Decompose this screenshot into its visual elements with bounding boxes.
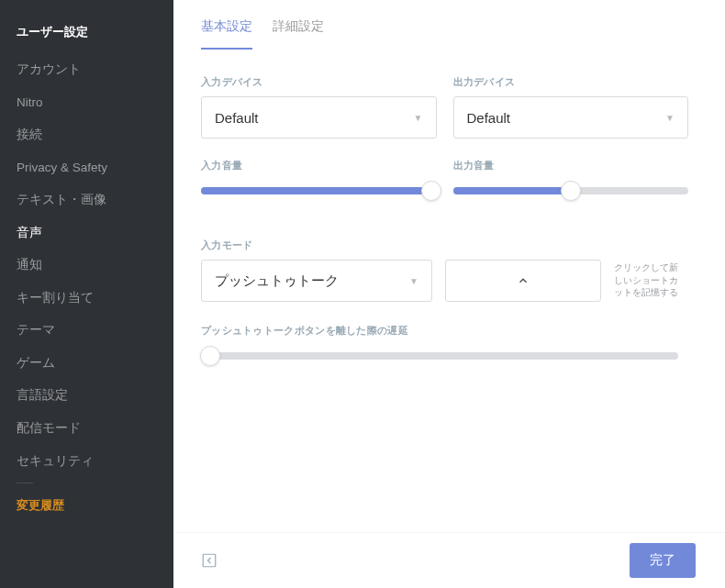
- tabs: 基本設定 詳細設定: [201, 18, 688, 50]
- sidebar: ユーザー設定 アカウント Nitro 接続 Privacy & Safety テ…: [0, 0, 173, 588]
- caret-down-icon: ▼: [665, 113, 675, 123]
- input-mode-value: プッシュトゥトーク: [215, 272, 339, 290]
- caret-down-icon: ▼: [409, 276, 418, 286]
- ptt-delay-label: プッシュトゥトークボタンを離した際の遅延: [201, 324, 688, 338]
- caret-down-icon: ▼: [414, 113, 423, 123]
- ptt-delay-thumb[interactable]: [200, 346, 220, 366]
- input-mode-label: 入力モード: [201, 239, 688, 252]
- ptt-delay-slider[interactable]: [201, 345, 678, 367]
- sidebar-item-language[interactable]: 言語設定: [0, 379, 173, 412]
- input-volume-label: 入力音量: [201, 159, 437, 172]
- main-panel: 基本設定 詳細設定 入力デバイス Default ▼ 出力デバイス Defaul…: [173, 0, 725, 588]
- input-volume-slider[interactable]: [201, 180, 437, 202]
- svg-rect-0: [203, 554, 216, 567]
- ptt-shortcut-box[interactable]: [445, 260, 601, 302]
- tab-advanced[interactable]: 詳細設定: [273, 18, 324, 50]
- sidebar-item-notifications[interactable]: 通知: [0, 249, 173, 282]
- sidebar-item-privacy[interactable]: Privacy & Safety: [0, 151, 173, 184]
- tab-basic[interactable]: 基本設定: [201, 18, 252, 50]
- input-volume-thumb[interactable]: [421, 181, 441, 201]
- output-volume-fill: [453, 187, 571, 194]
- sidebar-title: ユーザー設定: [0, 17, 173, 53]
- back-icon[interactable]: [201, 552, 218, 569]
- output-volume-thumb[interactable]: [561, 181, 581, 201]
- sidebar-item-text-images[interactable]: テキスト・画像: [0, 183, 173, 216]
- sidebar-item-account[interactable]: アカウント: [0, 53, 173, 86]
- sidebar-separator: [17, 483, 33, 483]
- chevron-up-icon: [517, 274, 530, 287]
- input-device-select[interactable]: Default ▼: [201, 96, 437, 139]
- ptt-shortcut-help: クリックして新しいショートカットを記憶する: [614, 260, 680, 299]
- output-volume-slider[interactable]: [453, 180, 689, 202]
- sidebar-item-theme[interactable]: テーマ: [0, 314, 173, 347]
- footer: 完了: [173, 533, 725, 588]
- output-volume-label: 出力音量: [453, 159, 689, 172]
- output-device-select[interactable]: Default ▼: [453, 96, 689, 139]
- sidebar-item-nitro[interactable]: Nitro: [0, 86, 173, 119]
- input-mode-select[interactable]: プッシュトゥトーク ▼: [201, 260, 432, 302]
- sidebar-item-connections[interactable]: 接続: [0, 118, 173, 151]
- done-button[interactable]: 完了: [630, 543, 696, 578]
- content: 基本設定 詳細設定 入力デバイス Default ▼ 出力デバイス Defaul…: [173, 0, 725, 533]
- sidebar-item-keybinds[interactable]: キー割り当て: [0, 282, 173, 315]
- input-device-value: Default: [215, 110, 259, 126]
- sidebar-item-changelog[interactable]: 変更履歴: [0, 489, 173, 522]
- input-volume-fill: [201, 187, 431, 194]
- output-device-value: Default: [467, 110, 511, 126]
- sidebar-item-streamer-mode[interactable]: 配信モード: [0, 412, 173, 445]
- sidebar-item-games[interactable]: ゲーム: [0, 347, 173, 380]
- input-device-label: 入力デバイス: [201, 75, 437, 89]
- output-device-label: 出力デバイス: [453, 75, 689, 89]
- sidebar-item-voice[interactable]: 音声: [0, 216, 173, 250]
- sidebar-item-security[interactable]: セキュリティ: [0, 445, 173, 478]
